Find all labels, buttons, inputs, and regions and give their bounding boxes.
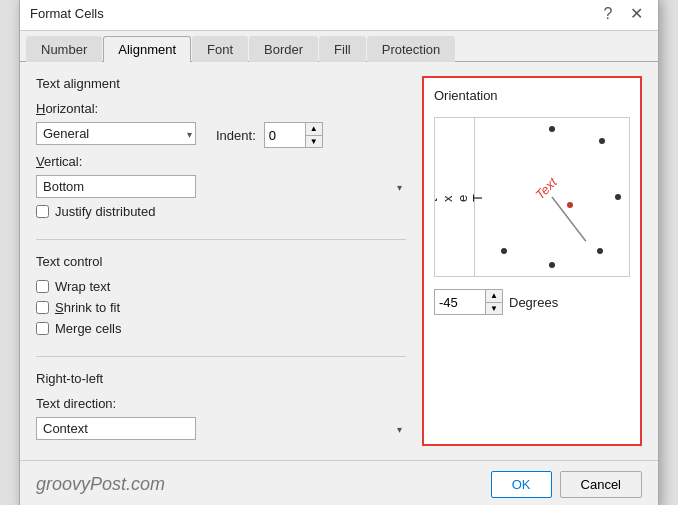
horizontal-label: Horizontal:	[36, 101, 406, 116]
ok-button[interactable]: OK	[491, 471, 552, 498]
wrap-text-label: Wrap text	[55, 279, 110, 294]
footer-buttons: OK Cancel	[491, 471, 642, 498]
dialog-title: Format Cells	[30, 6, 104, 21]
justify-row: Justify distributed	[36, 204, 406, 219]
indent-row: Indent: ▲ ▼	[216, 122, 323, 148]
degrees-input[interactable]	[435, 292, 485, 313]
vertical-select-wrapper: Bottom ▾	[36, 175, 406, 198]
indent-input[interactable]	[265, 125, 305, 146]
degrees-spin-down[interactable]: ▼	[486, 302, 502, 314]
title-bar-controls: ? ✕	[596, 2, 648, 26]
merge-cells-checkbox[interactable]	[36, 322, 49, 335]
cancel-button[interactable]: Cancel	[560, 471, 642, 498]
orientation-panel: Orientation Text	[422, 76, 642, 446]
tab-font[interactable]: Font	[192, 36, 248, 62]
vertical-select[interactable]: Bottom	[36, 175, 196, 198]
divider-2	[36, 356, 406, 357]
tab-fill[interactable]: Fill	[319, 36, 366, 62]
direction-label: Text direction:	[36, 396, 406, 411]
degrees-row: ▲ ▼ Degrees	[434, 289, 630, 315]
degrees-spinner-buttons: ▲ ▼	[485, 290, 502, 314]
text-vertical-box: Text	[435, 118, 475, 276]
left-panel: Text alignment Horizontal: General ▾ Ind…	[36, 76, 406, 446]
direction-select[interactable]: Context	[36, 417, 196, 440]
text-control-title: Text control	[36, 254, 406, 269]
vertical-label: Vertical:	[36, 154, 406, 169]
wrap-text-checkbox[interactable]	[36, 280, 49, 293]
tab-number[interactable]: Number	[26, 36, 102, 62]
degrees-spinner: ▲ ▼	[434, 289, 503, 315]
direction-select-wrapper: Context ▾	[36, 417, 406, 440]
footer-logo: groovyPost.com	[36, 474, 165, 495]
wrap-text-row: Wrap text	[36, 279, 406, 294]
horizontal-select[interactable]: General	[36, 122, 196, 145]
shrink-fit-checkbox[interactable]	[36, 301, 49, 314]
divider-1	[36, 239, 406, 240]
horizontal-indent-row: General ▾ Indent: ▲ ▼	[36, 122, 406, 148]
vertical-select-arrow: ▾	[397, 181, 402, 192]
tab-border[interactable]: Border	[249, 36, 318, 62]
indent-spinner-buttons: ▲ ▼	[305, 123, 322, 147]
svg-line-0	[552, 197, 586, 241]
shrink-fit-label: Shrink to fit	[55, 300, 120, 315]
orientation-title: Orientation	[434, 88, 630, 103]
dialog-content: Text alignment Horizontal: General ▾ Ind…	[20, 62, 658, 460]
orientation-visual[interactable]: Text Text	[434, 117, 630, 277]
indent-spin-up[interactable]: ▲	[306, 123, 322, 135]
help-button[interactable]: ?	[596, 2, 620, 26]
text-control-section: Text control Wrap text Shrink to fit Mer…	[36, 254, 406, 336]
indent-spinner: ▲ ▼	[264, 122, 323, 148]
justify-label: Justify distributed	[55, 204, 155, 219]
title-bar: Format Cells ? ✕	[20, 0, 658, 31]
degrees-label: Degrees	[509, 295, 558, 310]
text-alignment-section: Text alignment Horizontal: General ▾ Ind…	[36, 76, 406, 219]
tab-protection[interactable]: Protection	[367, 36, 456, 62]
shrink-fit-row: Shrink to fit	[36, 300, 406, 315]
justify-checkbox[interactable]	[36, 205, 49, 218]
merge-cells-label: Merge cells	[55, 321, 121, 336]
format-cells-dialog: Format Cells ? ✕ Number Alignment Font B…	[19, 0, 659, 505]
tab-bar: Number Alignment Font Border Fill Protec…	[20, 31, 658, 62]
indent-spin-down[interactable]: ▼	[306, 135, 322, 147]
tab-alignment[interactable]: Alignment	[103, 36, 191, 62]
text-alignment-title: Text alignment	[36, 76, 406, 91]
rtl-section: Right-to-left Text direction: Context ▾	[36, 371, 406, 440]
dialog-footer: groovyPost.com OK Cancel	[20, 460, 658, 505]
dial-svg	[475, 118, 629, 276]
direction-select-arrow: ▾	[397, 423, 402, 434]
rtl-title: Right-to-left	[36, 371, 406, 386]
horizontal-select-wrapper: General ▾	[36, 122, 196, 145]
close-button[interactable]: ✕	[624, 2, 648, 26]
merge-cells-row: Merge cells	[36, 321, 406, 336]
degrees-spin-up[interactable]: ▲	[486, 290, 502, 302]
dial-area[interactable]: Text	[475, 118, 629, 276]
indent-label: Indent:	[216, 128, 256, 143]
